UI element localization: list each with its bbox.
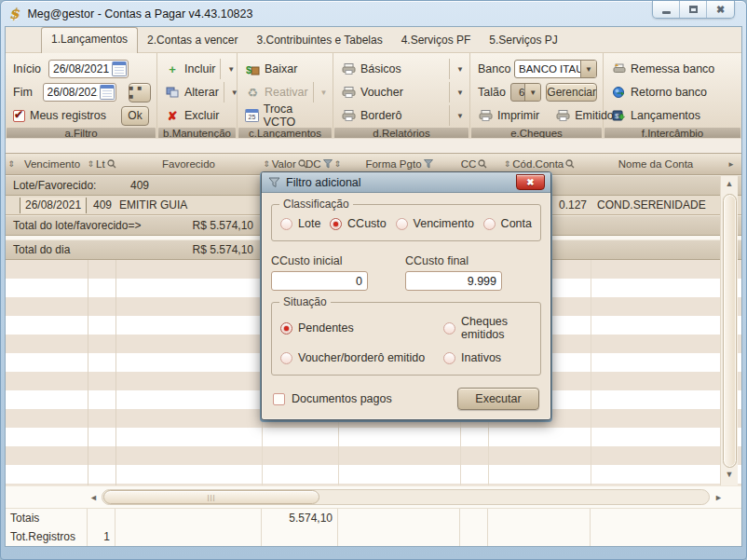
tab-servicos-pj[interactable]: 5.Serviços PJ [480,29,566,52]
radio-ccusto[interactable]: CCusto [330,217,387,230]
tab-contribuintes-tabelas[interactable]: 3.Contribuintes e Tabelas [247,29,391,52]
column-header-favorecido[interactable]: Favorecido [115,154,262,174]
radio-icon[interactable] [443,322,455,335]
incluir-button[interactable]: +Incluir [165,62,215,75]
printer-icon [478,109,493,122]
banco-combobox[interactable]: BANCO ITAU S.A. ▼ [514,60,597,78]
globe-return-button[interactable]: Retorno banco [611,86,707,99]
maximize-button[interactable] [680,1,707,18]
column-scroll-right-icon[interactable]: ► [721,154,741,174]
plus-icon: + [165,62,180,75]
more-options-button[interactable]: ■ ■ ■ [129,83,151,102]
ccusto-inicial-label: CCusto inicial [271,254,368,267]
radio-conta[interactable]: Conta [483,217,532,230]
incluir-dropdown[interactable]: ▼ [220,59,235,79]
voucher-button[interactable]: Voucher [341,86,403,99]
scroll-up-icon[interactable]: ▲ [726,179,734,192]
reativar-button[interactable]: ♻Reativar [245,86,308,99]
chevron-down-icon[interactable]: ▼ [580,61,596,77]
voucher-dropdown[interactable]: ▼ [449,82,464,102]
radio-icon[interactable] [483,218,496,230]
scroll-down-icon[interactable]: ▼ [726,470,734,483]
radio-lote[interactable]: Lote [280,217,320,230]
delete-x-icon: ✘ [165,109,180,122]
lancamentos-export-button[interactable]: $Lançamentos [611,109,700,122]
horizontal-scroll-track[interactable]: ||| [102,489,710,505]
search-icon[interactable] [478,159,487,169]
radio-cheques-emitidos[interactable]: Cheques emitidos [443,315,532,341]
grip-icon: ||| [207,493,215,501]
talao-combobox[interactable]: 61 ▼ [510,83,541,102]
row-select-gutter[interactable]: ⇕ [6,154,17,174]
column-header-lt[interactable]: ⇕Lt [88,154,115,174]
basicos-button[interactable]: Básicos [341,62,401,75]
alterar-dropdown[interactable]: ▼ [224,82,238,102]
filter-funnel-icon[interactable] [323,159,333,169]
basicos-dropdown[interactable]: ▼ [449,59,464,79]
tot-registros-label: Tot.Registros [6,527,88,546]
group-relatorios: Básicos▼ Voucher▼ Borderô▼ d.Relatórios [333,53,470,138]
ok-button[interactable]: Ok [121,106,149,126]
inicio-date-field[interactable] [48,60,129,78]
column-header-vencimento[interactable]: Vencimento [17,154,88,174]
ccusto-final-input[interactable] [405,271,502,291]
scroll-left-icon[interactable]: ◄ [89,493,98,502]
radio-icon[interactable] [280,218,292,230]
cell-lt[interactable]: 409 [88,198,115,212]
calendar-icon[interactable] [112,61,127,76]
close-icon: ✖ [716,4,725,16]
imprimir-cheques-button[interactable]: Imprimir [478,109,539,122]
printer-icon [341,86,356,99]
ccusto-inicial-input[interactable] [271,271,368,291]
vertical-scrollbar[interactable]: ▲ ▼ [720,176,738,485]
bordero-button[interactable]: Borderô [341,109,401,122]
radio-inativos[interactable]: Inativos [443,351,532,364]
column-header-nome-da-conta[interactable]: Nome da Conta [591,154,721,174]
radio-icon[interactable] [443,352,455,364]
close-icon: ✖ [526,177,534,187]
fim-date-input[interactable] [44,86,100,99]
vertical-scroll-thumb[interactable] [723,194,737,468]
horizontal-scroll-thumb[interactable]: ||| [103,490,319,504]
radio-selected-icon[interactable] [280,322,292,335]
horizontal-scrollbar[interactable]: ◄ ||| ► [6,485,741,508]
radio-icon[interactable] [280,352,292,364]
documentos-pagos-checkbox[interactable] [273,393,285,405]
radio-selected-icon[interactable] [330,218,342,230]
fim-date-field[interactable] [43,83,116,102]
situacao-groupbox: Situação Pendentes Cheques emitidos Vouc… [271,302,541,376]
baixar-button[interactable]: $Baixar [245,62,297,75]
bordero-dropdown[interactable]: ▼ [449,105,464,126]
cell-nome-da-conta[interactable]: COND.SERENIDADE [591,198,721,212]
meus-registros-checkbox[interactable] [13,110,25,122]
executar-button[interactable]: Executar [457,388,539,410]
radio-vencimento[interactable]: Vencimento [396,217,474,230]
globe-icon [611,86,626,99]
radio-icon[interactable] [396,218,408,230]
remessa-banco-button[interactable]: Remessa banco [611,62,714,75]
filter-funnel-icon[interactable] [424,159,433,169]
inicio-date-input[interactable] [49,62,112,75]
search-icon[interactable] [565,159,575,169]
chevron-down-icon[interactable]: ▼ [524,84,540,101]
gerenciar-button[interactable]: Gerenciar [546,83,597,102]
excluir-button[interactable]: ✘Excluir [165,109,220,122]
tab-lancamentos[interactable]: 1.Lançamentos [41,27,138,53]
radio-voucher-bordero-emitido[interactable]: Voucher/borderô emitido [280,351,443,364]
window-controls: ✖ [652,1,735,19]
minimize-button[interactable] [653,1,680,18]
tab-contas-a-vencer[interactable]: 2.Contas a vencer [138,29,247,52]
cell-vencimento[interactable]: 26/08/2021 [20,198,86,213]
close-button[interactable]: ✖ [707,1,734,18]
radio-pendentes[interactable]: Pendentes [280,315,443,341]
dialog-titlebar[interactable]: Filtro adicional [262,172,550,193]
scroll-right-icon[interactable]: ► [714,493,723,502]
cell-favorecido[interactable]: EMITIR GUIA [115,198,262,212]
tab-servicos-pf[interactable]: 4.Serviços PF [392,29,481,52]
vertical-scroll-track[interactable] [723,194,737,468]
documentos-pagos-option[interactable]: Documentos pagos [273,392,392,405]
calendar-icon[interactable] [100,85,115,100]
troca-vcto-button[interactable]: 25Troca VCTO [245,102,327,129]
dialog-close-button[interactable]: ✖ [516,174,545,190]
alterar-button[interactable]: Alterar [165,86,219,99]
